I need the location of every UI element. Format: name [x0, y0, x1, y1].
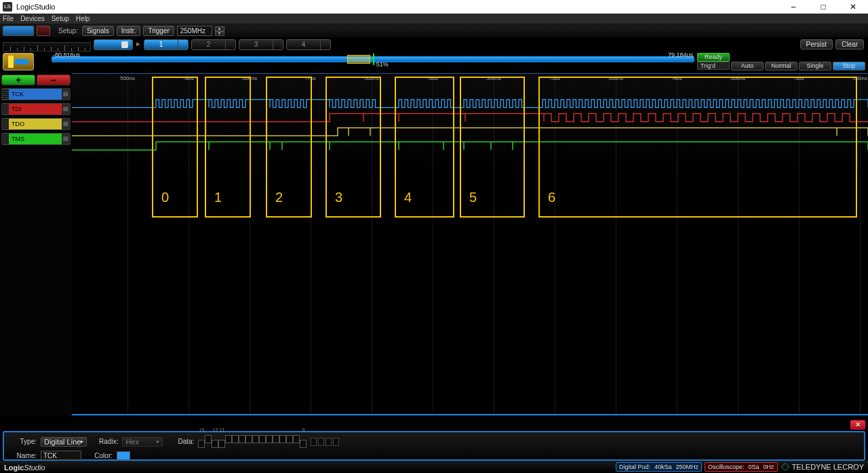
normal-button[interactable]: Normal — [765, 62, 797, 70]
signal-settings-icon[interactable]: ▤ — [62, 119, 70, 129]
secondary-toolbar: ▸ 1 2 3 4 Persist Clear — [0, 38, 868, 53]
data-step-bits[interactable] — [311, 438, 339, 446]
group-1[interactable]: 1 — [144, 39, 189, 50]
grip-icon[interactable] — [2, 119, 9, 129]
radix-label: Radix: — [91, 438, 118, 445]
setup-label: Setup: — [58, 27, 78, 35]
name-label: Name: — [9, 452, 37, 459]
menu-help[interactable]: Help — [76, 15, 90, 22]
persist-button[interactable]: Persist — [800, 39, 833, 49]
group-4[interactable]: 4 — [286, 39, 331, 50]
oscilloscope-status[interactable]: Oscilloscope:0Sa0Hz — [705, 462, 778, 472]
grip-icon[interactable] — [2, 89, 9, 100]
type-label: Type: — [9, 438, 37, 445]
signal-config-panel: Type: Digital Line▸ Radix: Hex▸ Data: 15… — [3, 431, 865, 461]
waveform-viewport[interactable]: 500ns -8us 500ns -7us 500ns -6us 500ns -… — [72, 73, 868, 415]
type-select[interactable]: Digital Line▸ — [41, 437, 87, 447]
panel-close-button[interactable]: ✕ — [850, 420, 865, 430]
signal-settings-icon[interactable]: ▤ — [62, 133, 70, 144]
sample-rate-select[interactable]: 250MHz — [177, 26, 212, 36]
status-bar: LogicStudio Digital Pod:40kSa250MHz Osci… — [0, 461, 868, 473]
scope-mode-button[interactable] — [3, 26, 34, 36]
color-label: Color: — [85, 452, 113, 459]
grip-icon[interactable] — [2, 133, 9, 144]
menu-file[interactable]: File — [3, 15, 14, 22]
minimize-button[interactable]: – — [778, 0, 808, 14]
signals-button[interactable]: Signals — [82, 26, 114, 36]
menu-devices[interactable]: Devices — [20, 15, 45, 22]
signal-settings-icon[interactable]: ▤ — [62, 89, 70, 100]
add-signal-button[interactable]: + — [1, 75, 35, 85]
maximize-button[interactable]: □ — [808, 0, 838, 14]
stop-button[interactable]: Stop — [833, 62, 865, 70]
time-left-label: -80,816us — [53, 52, 80, 58]
navigator-button[interactable] — [3, 53, 34, 70]
signal-label: TDO — [9, 119, 62, 129]
signal-settings-icon[interactable]: ▤ — [62, 104, 70, 115]
zoom-slider[interactable] — [94, 39, 133, 50]
group-2[interactable]: 2 — [191, 39, 236, 50]
menu-bar: File Devices Setup Help — [0, 14, 868, 24]
data-bits[interactable]: 15 12 11 0 — [198, 435, 307, 448]
trigger-percent: 51% — [376, 61, 389, 68]
signal-row-tck[interactable]: TCK ▤ — [1, 88, 71, 100]
product-logo: LogicStudio — [4, 462, 45, 472]
window-title: LogicStudio — [16, 3, 778, 11]
trigd-indicator: Trig'd — [697, 62, 730, 70]
record-button[interactable] — [37, 26, 50, 36]
color-swatch[interactable] — [117, 451, 130, 460]
signal-label: TMS — [9, 133, 62, 144]
close-button[interactable]: ✕ — [838, 0, 868, 14]
vendor-logo: TELEDYNE LECROY — [781, 462, 864, 472]
acquisition-overview[interactable]: -80,816us 79,184us 51% — [52, 53, 694, 65]
remove-signal-button[interactable]: – — [37, 75, 71, 85]
signal-sidebar: + – TCK ▤ TDI ▤ TDO ▤ TMS ▤ — [0, 73, 72, 415]
acquisition-controls: Ready Trig'd Auto Normal Single Stop — [697, 53, 865, 70]
acquisition-row: -80,816us 79,184us 51% Ready Trig'd Auto… — [0, 53, 868, 73]
ready-indicator: Ready — [697, 53, 730, 62]
name-input[interactable] — [41, 451, 81, 460]
main-toolbar: Setup: Signals Instr. Trigger 250MHz ▴▾ — [0, 24, 868, 38]
time-right-label: 79,184us — [668, 52, 693, 58]
group-3[interactable]: 3 — [239, 39, 283, 50]
single-button[interactable]: Single — [799, 62, 831, 70]
auto-button[interactable]: Auto — [731, 62, 764, 70]
data-label: Data: — [167, 438, 194, 445]
timebase-ruler[interactable] — [3, 42, 91, 52]
instr-button[interactable]: Instr. — [117, 26, 141, 36]
signal-row-tdi[interactable]: TDI ▤ — [1, 103, 71, 115]
signal-label: TDI — [9, 104, 62, 115]
sample-rate-spinner[interactable]: ▴▾ — [215, 26, 224, 36]
slider-arrow-icon: ▸ — [136, 39, 141, 48]
grip-icon[interactable] — [2, 104, 9, 115]
signal-label: TCK — [9, 89, 62, 100]
signal-row-tms[interactable]: TMS ▤ — [1, 133, 71, 145]
trigger-button[interactable]: Trigger — [143, 26, 174, 36]
app-icon: LS — [3, 2, 12, 12]
clear-button[interactable]: Clear — [835, 39, 864, 49]
signal-row-tdo[interactable]: TDO ▤ — [1, 118, 71, 130]
digital-pod-status[interactable]: Digital Pod:40kSa250MHz — [616, 462, 702, 472]
window-titlebar: LS LogicStudio – □ ✕ — [0, 0, 868, 14]
radix-select[interactable]: Hex▸ — [122, 437, 163, 447]
waveform-canvas — [72, 74, 868, 414]
menu-setup[interactable]: Setup — [52, 15, 69, 22]
main-area: + – TCK ▤ TDI ▤ TDO ▤ TMS ▤ 500ns -8us — [0, 73, 868, 415]
